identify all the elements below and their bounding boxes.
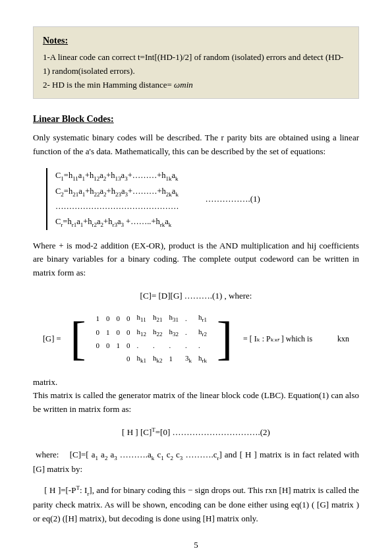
matrix-cell (113, 352, 123, 366)
notes-item2: 2- HD is the min Hamming distance= ωmin (43, 78, 349, 92)
matrix-cell: 0 (103, 311, 113, 325)
matrix-row: 0 hk1 hk2 1 3k hrk (92, 352, 210, 366)
matrix-cell: 0 (92, 326, 103, 339)
matrix-cell: h31 (165, 311, 182, 325)
matrix-cell: 3k (182, 352, 195, 366)
matrix-cell (92, 352, 103, 366)
equation-dots: ……………………………………… (55, 199, 179, 214)
matrix-cell: 0 (113, 311, 123, 325)
matrix-cell: 0 (123, 339, 134, 352)
linear-block-title: Linear Block Codes: (33, 112, 359, 126)
matrix-cell: hr2 (195, 326, 210, 339)
matrix-cell: . (133, 339, 150, 352)
h-matrix-eq-text: [ H ] [C]T=[0] ………………………….(2) (122, 427, 270, 437)
matrix-cell: h22 (150, 326, 166, 339)
matrix-cell: . (182, 326, 195, 339)
equation-1: C1=h11a1+h12a2+h13a3+………+h1kak (55, 168, 179, 184)
matrix-cell: h11 (133, 311, 150, 325)
matrix-left-bracket: [ (70, 318, 86, 359)
ik-label: = [ Iₖ : Pₖₓᵣ ] which is (243, 333, 312, 345)
matrix-cell: h32 (165, 326, 182, 339)
matrix-cell: 0 (123, 311, 134, 325)
matrix-cell: h12 (133, 326, 150, 339)
matrix-cell: 0 (123, 326, 134, 339)
matrix-cell: hr1 (195, 311, 210, 325)
matrix-cell: . (182, 339, 195, 352)
omega-min: ωmin (174, 80, 193, 90)
matrix-cell: . (195, 339, 210, 352)
matrix-cell: 1 (165, 352, 182, 366)
matrix-cell: 0 (113, 326, 123, 339)
notes-body: 1-A linear code can correct t=Int[(HD-1)… (43, 51, 349, 92)
matrix-desc: matrix. This matrix is called the genera… (33, 376, 359, 417)
matrix-equation-1: [C]= [D][G] ……….(1) , where: (33, 289, 359, 303)
matrix-desc1: matrix. (33, 377, 57, 387)
generator-matrix-table: 1 0 0 0 h11 h21 h31 . hr1 0 1 0 0 h12 h2… (92, 311, 210, 366)
equation-r: Cr=hr1a1+hr2a2+hr3a3 +……..+hrkak (55, 214, 179, 230)
notes-item1: 1-A linear code can correct t=Int[(HD-1)… (43, 51, 349, 78)
matrix-cell: hk2 (150, 352, 166, 366)
matrix-cell: . (182, 311, 195, 325)
matrix-cell: . (165, 339, 182, 352)
matrix-cell: 1 (103, 326, 113, 339)
notes-title: Notes: (43, 34, 349, 47)
linear-block-intro: Only systematic binary codes will be des… (33, 131, 359, 159)
matrix-cell: h21 (150, 311, 166, 325)
equations-left: C1=h11a1+h12a2+h13a3+………+h1kak C2=h21a1+… (46, 168, 179, 230)
kxn-label: kxn (337, 333, 349, 345)
matrix-cell: 0 (103, 339, 113, 352)
generator-matrix-block: [G] = [ 1 0 0 0 h11 h21 h31 . hr1 0 1 0 … (33, 311, 359, 366)
matrix-row: 0 1 0 0 h12 h22 h32 . hr2 (92, 326, 210, 339)
equation-2: C2=h21a1+h22a2+h23a3+………+h2kak (55, 184, 179, 200)
page-number: 5 (33, 539, 359, 552)
matrix-cell: 1 (113, 339, 123, 352)
generator-label: [G] = (43, 333, 61, 345)
h-definition-block: [ H ]=[-PT: Ir], and for binary coding t… (33, 483, 359, 526)
where-text: Where + is mod-2 addition (EX-OR), produ… (33, 239, 359, 280)
equations-block: C1=h11a1+h12a2+h13a3+………+h1kak C2=h21a1+… (46, 168, 359, 230)
matrix-cell: 0 (123, 352, 134, 366)
equation-number-1: …………….(1) (206, 192, 260, 206)
notes-section: Notes: 1-A linear code can correct t=Int… (33, 26, 359, 99)
h-matrix-equation: [ H ] [C]T=[0] ………………………….(2) (33, 426, 359, 439)
matrix-cell: hk1 (133, 352, 150, 366)
where-line-text: where: [C]=[ a1 a2 a3 ……….ak c1 c2 c3 ……… (33, 450, 359, 474)
matrix-cell: 1 (92, 311, 103, 325)
matrix-cell (103, 352, 113, 366)
where-line: where: [C]=[ a1 a2 a3 ……….ak c1 c2 c3 ……… (33, 448, 359, 477)
matrix-row: 0 0 1 0 . . . . . (92, 339, 210, 352)
matrix-row: 1 0 0 0 h11 h21 h31 . hr1 (92, 311, 210, 325)
matrix-cell: 0 (92, 339, 103, 352)
matrix-desc2: This matrix is called the generator matr… (33, 390, 359, 414)
matrix-right-bracket: ] (217, 318, 233, 359)
matrix-cell: . (150, 339, 166, 352)
matrix-cell: hrk (195, 352, 210, 366)
